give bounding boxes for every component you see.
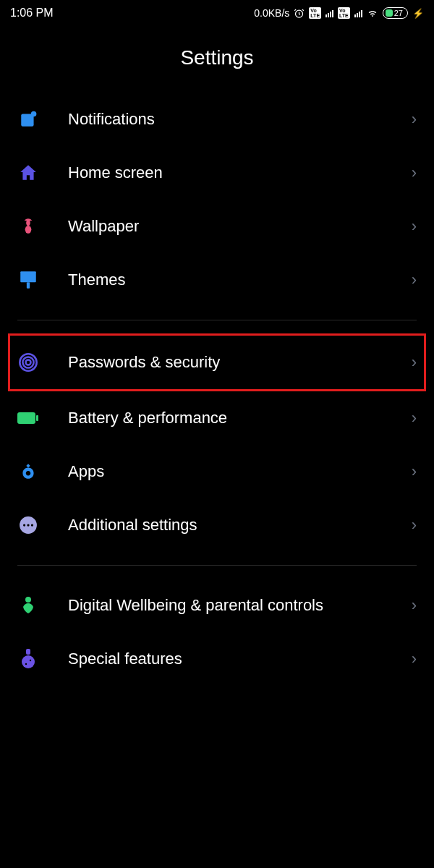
status-bar: 1:06 PM 0.0KB/s VoLTE VoLTE 27 ⚡	[0, 0, 434, 26]
divider	[17, 320, 417, 320]
svg-point-2	[31, 111, 37, 117]
svg-point-14	[31, 524, 33, 526]
svg-rect-9	[17, 412, 35, 424]
svg-point-17	[22, 655, 35, 668]
item-label: Apps	[68, 461, 412, 482]
chevron-right-icon: ›	[412, 596, 417, 615]
item-label: Battery & performance	[68, 408, 412, 429]
alarm-icon	[294, 8, 305, 19]
status-time: 1:06 PM	[10, 7, 54, 20]
settings-item-notifications[interactable]: Notifications ›	[10, 93, 424, 146]
settings-item-passwords-security[interactable]: Passwords & security ›	[8, 333, 426, 391]
volte-icon-2: VoLTE	[338, 7, 350, 19]
settings-item-home-screen[interactable]: Home screen ›	[10, 146, 424, 200]
svg-point-13	[27, 524, 29, 526]
chevron-right-icon: ›	[412, 163, 417, 182]
item-label: Special features	[68, 649, 412, 670]
svg-point-8	[26, 360, 31, 365]
charging-icon: ⚡	[412, 8, 424, 19]
data-speed: 0.0KB/s	[254, 7, 289, 19]
settings-item-special-features[interactable]: Special features ›	[10, 632, 424, 686]
signal-icon-1	[326, 9, 333, 17]
svg-point-3	[25, 226, 32, 234]
settings-item-wallpaper[interactable]: Wallpaper ›	[10, 200, 424, 253]
item-label: Themes	[68, 270, 412, 291]
svg-rect-10	[36, 415, 38, 421]
chevron-right-icon: ›	[412, 650, 417, 668]
svg-rect-16	[26, 649, 30, 655]
item-label: Passwords & security	[68, 352, 412, 373]
svg-point-15	[25, 597, 31, 603]
item-label: Home screen	[68, 163, 412, 184]
chevron-right-icon: ›	[412, 409, 417, 427]
svg-point-19	[30, 660, 31, 661]
item-label: Notifications	[68, 109, 412, 130]
chevron-right-icon: ›	[412, 110, 417, 129]
svg-rect-4	[20, 271, 36, 282]
chevron-right-icon: ›	[412, 353, 417, 372]
chevron-right-icon: ›	[412, 462, 417, 481]
apps-icon	[17, 461, 39, 482]
chevron-right-icon: ›	[412, 217, 417, 236]
wallpaper-icon	[17, 216, 39, 237]
settings-item-themes[interactable]: Themes ›	[10, 253, 424, 307]
battery-icon	[17, 407, 39, 429]
fingerprint-icon	[17, 352, 39, 373]
page-title: Settings	[0, 26, 434, 93]
themes-icon	[17, 269, 39, 291]
item-label: Wallpaper	[68, 216, 412, 237]
svg-point-12	[23, 524, 25, 526]
signal-icon-2	[354, 9, 362, 17]
battery-percent: 27	[394, 9, 403, 17]
wifi-icon	[367, 7, 378, 19]
svg-point-7	[22, 357, 33, 367]
settings-item-wellbeing[interactable]: Digital Wellbeing & parental controls ›	[10, 579, 424, 632]
chevron-right-icon: ›	[412, 516, 417, 535]
chevron-right-icon: ›	[412, 271, 417, 289]
volte-icon-1: VoLTE	[309, 7, 321, 19]
battery-icon: 27	[383, 7, 408, 19]
settings-list: Notifications › Home screen › Wallpaper …	[0, 93, 434, 686]
settings-item-additional[interactable]: Additional settings ›	[10, 498, 424, 552]
item-label: Digital Wellbeing & parental controls	[68, 595, 412, 616]
item-label: Additional settings	[68, 515, 412, 536]
more-icon	[17, 514, 39, 536]
notifications-icon	[17, 109, 39, 130]
settings-item-battery[interactable]: Battery & performance ›	[10, 391, 424, 445]
svg-point-18	[25, 663, 27, 665]
home-icon	[17, 162, 39, 184]
special-icon	[17, 648, 39, 670]
svg-rect-5	[27, 282, 30, 289]
divider	[17, 565, 417, 566]
settings-item-apps[interactable]: Apps ›	[10, 445, 424, 498]
wellbeing-icon	[17, 595, 39, 616]
status-right: 0.0KB/s VoLTE VoLTE 27 ⚡	[254, 7, 424, 19]
